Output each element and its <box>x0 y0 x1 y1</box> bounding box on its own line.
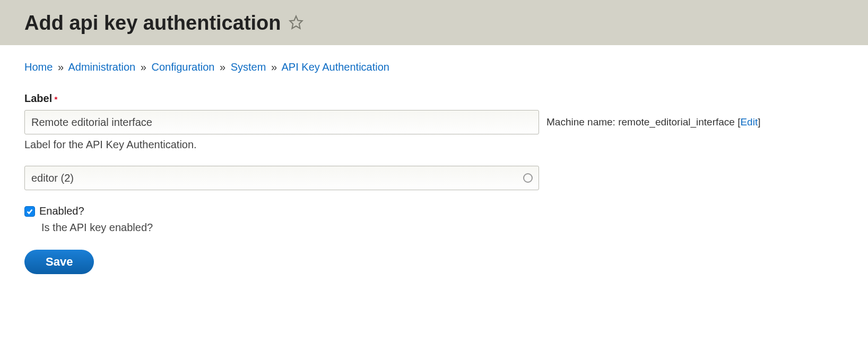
label-field-group: Label * Machine name: remote_editorial_i… <box>24 92 844 151</box>
enabled-checkbox-label: Enabled? <box>39 205 84 217</box>
machine-name-edit-link[interactable]: Edit <box>740 116 758 128</box>
breadcrumb-separator: » <box>58 61 64 73</box>
breadcrumb-separator: » <box>220 61 225 73</box>
breadcrumb-system[interactable]: System <box>231 61 266 73</box>
svg-marker-0 <box>290 16 302 28</box>
star-icon[interactable] <box>289 12 303 35</box>
page-title-text: Add api key authentication <box>24 12 281 35</box>
page-header: Add api key authentication <box>0 0 868 45</box>
machine-name-value: remote_editorial_interface <box>618 116 735 128</box>
breadcrumb-configuration[interactable]: Configuration <box>151 61 214 73</box>
breadcrumb-separator: » <box>271 61 277 73</box>
user-input[interactable] <box>24 166 539 190</box>
breadcrumb-api-key-auth[interactable]: API Key Authentication <box>282 61 389 73</box>
page-title: Add api key authentication <box>24 12 303 35</box>
content-region: Home » Administration » Configuration » … <box>0 45 868 290</box>
breadcrumb-administration[interactable]: Administration <box>68 61 136 73</box>
enabled-checkbox[interactable] <box>24 206 35 217</box>
required-marker: * <box>54 95 57 104</box>
enabled-field-description: Is the API key enabled? <box>41 222 844 234</box>
save-button[interactable]: Save <box>24 250 94 274</box>
label-field-label: Label <box>24 92 52 105</box>
machine-name-display: Machine name: remote_editorial_interface… <box>546 116 760 128</box>
label-field-description: Label for the API Key Authentication. <box>24 139 844 151</box>
label-input[interactable] <box>24 110 539 134</box>
breadcrumb-home[interactable]: Home <box>24 61 53 73</box>
breadcrumb-separator: » <box>141 61 146 73</box>
user-field-group <box>24 166 539 190</box>
machine-name-prefix: Machine name: <box>546 116 618 128</box>
enabled-field-group: Enabled? <box>24 205 844 217</box>
breadcrumb: Home » Administration » Configuration » … <box>24 61 844 73</box>
machine-name-edit-bracket-close: ] <box>758 116 760 128</box>
